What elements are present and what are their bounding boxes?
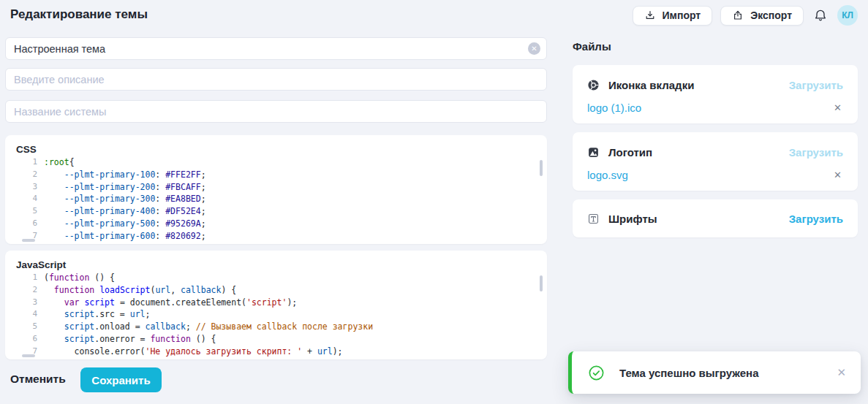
import-button-label: Импорт	[663, 9, 701, 21]
user-avatar[interactable]: КЛ	[837, 5, 858, 26]
line-number: 4	[11, 308, 37, 321]
js-code-editor[interactable]: 1(function () {2 function loadScript(url…	[11, 272, 538, 357]
upload-button[interactable]: Загрузить	[789, 79, 843, 91]
files-panel: Иконка вкладкиЗагрузитьlogo (1).ico✕Лого…	[573, 65, 858, 237]
clear-input-icon[interactable]: ✕	[528, 42, 540, 55]
line-number: 6	[11, 333, 37, 346]
file-card-label: Иконка вкладки	[608, 79, 780, 91]
css-vertical-scrollbar[interactable]	[540, 160, 543, 176]
code-line: 7 console.error('Не удалось загрузить ск…	[11, 346, 538, 357]
fonts-icon	[587, 213, 600, 225]
line-number: 3	[11, 297, 37, 309]
toast-success: Тема успешно выгружена ✕	[568, 351, 861, 394]
toast-close-icon[interactable]: ✕	[835, 365, 848, 381]
export-button-label: Экспорт	[750, 9, 792, 21]
import-download-icon	[644, 9, 656, 21]
line-number: 4	[11, 193, 37, 205]
js-horizontal-scrollbar[interactable]	[22, 354, 35, 357]
import-button[interactable]: Импорт	[633, 6, 713, 26]
code-line: 6 --plmt-primary-500: #95269A;	[11, 218, 538, 230]
theme-editor-page: Редактирование темы Импорт Экспорт	[0, 0, 868, 404]
code-line: 5 --plmt-primary-400: #DF52E4;	[11, 205, 538, 218]
line-number: 3	[11, 181, 37, 194]
line-number: 1	[11, 272, 37, 284]
upload-button[interactable]: Загрузить	[789, 213, 843, 225]
system-name-field	[5, 100, 547, 123]
js-vertical-scrollbar[interactable]	[540, 275, 543, 291]
header-actions: Импорт Экспорт КЛ	[633, 5, 858, 26]
favicon-icon	[587, 79, 600, 91]
js-editor-title: JavaScript	[16, 259, 66, 270]
file-card-label: Логотип	[608, 146, 780, 159]
code-line: 1:root{	[11, 156, 538, 169]
system-name-input[interactable]	[5, 100, 547, 123]
code-line: 3 --plmt-primary-200: #FBCAFF;	[11, 181, 538, 194]
code-line: 7 --plmt-primary-600: #820692;	[11, 230, 538, 241]
css-editor-card: CSS 1:root{2 --plmt-primary-100: #FFE2FF…	[5, 135, 547, 244]
code-line: 1(function () {	[11, 272, 538, 284]
code-line: 5 script.onload = callback; // Вызываем …	[11, 321, 538, 333]
toast-message: Тема успешно выгружена	[619, 367, 835, 379]
code-line: 4 script.src = url;	[11, 308, 538, 321]
upload-button[interactable]: Загрузить	[789, 146, 843, 159]
line-number: 2	[11, 284, 37, 297]
theme-name-field: ✕	[5, 37, 547, 60]
code-line: 6 script.onerror = function () {	[11, 333, 538, 346]
remove-file-icon[interactable]: ✕	[832, 168, 843, 182]
file-card-label: Шрифты	[608, 213, 780, 225]
line-number: 5	[11, 205, 37, 218]
avatar-initials: КЛ	[842, 10, 853, 20]
logo-image-icon	[587, 146, 600, 159]
code-line: 2 function loadScript(url, callback) {	[11, 284, 538, 297]
line-number: 5	[11, 321, 37, 333]
files-panel-title: Файлы	[573, 40, 611, 53]
js-editor-card: JavaScript 1(function () {2 function loa…	[5, 251, 547, 359]
line-number: 1	[11, 156, 37, 169]
uploaded-file-link[interactable]: logo.svg	[587, 169, 832, 181]
file-card: ШрифтыЗагрузить	[573, 199, 858, 237]
css-code-editor[interactable]: 1:root{2 --plmt-primary-100: #FFE2FF;3 -…	[11, 156, 538, 241]
export-upload-icon	[732, 9, 744, 21]
css-horizontal-scrollbar[interactable]	[22, 239, 35, 242]
line-number: 6	[11, 218, 37, 230]
code-line: 2 --plmt-primary-100: #FFE2FF;	[11, 169, 538, 181]
theme-name-input[interactable]	[5, 37, 547, 60]
code-line: 4 --plmt-primary-300: #EA8BED;	[11, 193, 538, 205]
cancel-button[interactable]: Отменить	[10, 373, 66, 386]
description-field	[5, 68, 547, 91]
remove-file-icon[interactable]: ✕	[832, 101, 843, 115]
notifications-bell-icon[interactable]	[812, 7, 829, 24]
save-button[interactable]: Сохранить	[80, 367, 162, 392]
export-button[interactable]: Экспорт	[720, 6, 804, 26]
code-line: 3 var script = document.createElement('s…	[11, 297, 538, 309]
file-card: Иконка вкладкиЗагрузитьlogo (1).ico✕	[573, 65, 858, 123]
css-editor-title: CSS	[16, 144, 37, 155]
line-number: 2	[11, 169, 37, 181]
file-card: ЛоготипЗагрузитьlogo.svg✕	[573, 132, 858, 191]
uploaded-file-link[interactable]: logo (1).ico	[587, 102, 832, 114]
page-title: Редактирование темы	[10, 7, 148, 22]
description-input[interactable]	[5, 68, 547, 91]
success-check-icon	[588, 365, 605, 381]
